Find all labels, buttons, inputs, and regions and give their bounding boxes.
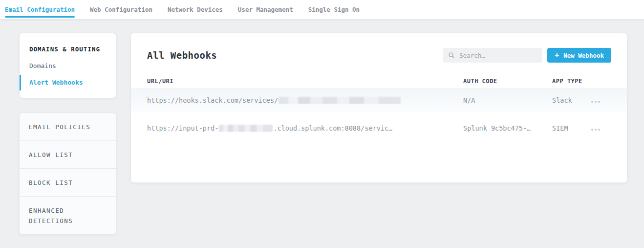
webhook-url: https://hooks.slack.com/services/	[147, 96, 463, 105]
url-text: https://input-prd-	[147, 124, 218, 132]
sidebar-item-block-list[interactable]: BLOCK LIST	[20, 168, 116, 196]
ellipsis-icon	[591, 101, 593, 103]
auth-code: Splunk 9c5bc475-…	[463, 124, 552, 132]
tab-web-configuration[interactable]: Web Configuration	[90, 0, 152, 19]
redacted-url-segment	[219, 125, 273, 132]
search-icon	[448, 52, 455, 59]
tab-email-configuration[interactable]: Email Configuration	[5, 0, 75, 19]
ellipsis-icon	[598, 101, 600, 103]
column-header-auth-code: AUTH CODE	[463, 78, 552, 85]
new-webhook-button[interactable]: + New Webhook	[547, 48, 611, 63]
domains-routing-card: DOMAINS & ROUTING Domains Alert Webhooks	[20, 33, 116, 98]
tab-network-devices[interactable]: Network Devices	[168, 0, 223, 19]
ellipsis-icon	[595, 129, 597, 131]
row-actions-menu[interactable]	[589, 98, 601, 106]
policy-sections-card: EMAIL POLICIES ALLOW LIST BLOCK LIST ENH…	[20, 113, 116, 234]
panel-header: All Webhooks + New Webhook	[131, 33, 627, 63]
search-input[interactable]	[459, 52, 537, 59]
app-type: SIEM	[552, 124, 589, 132]
page-body: DOMAINS & ROUTING Domains Alert Webhooks…	[0, 20, 644, 234]
auth-code: N/A	[463, 96, 552, 104]
sidebar-item-email-policies[interactable]: EMAIL POLICIES	[20, 113, 116, 140]
app-type: Slack	[552, 96, 589, 104]
ellipsis-icon	[598, 129, 600, 131]
table-row: https://hooks.slack.com/services/ N/A Sl…	[131, 88, 627, 113]
sidebar-item-enhanced-detections[interactable]: ENHANCED DETECTIONS	[20, 196, 116, 234]
column-header-app-type: APP TYPE	[552, 78, 589, 85]
ellipsis-icon	[591, 129, 593, 131]
plus-icon: +	[555, 52, 559, 59]
table-header-row: URL/URI AUTH CODE APP TYPE	[131, 74, 627, 88]
panel-header-actions: + New Webhook	[443, 48, 611, 63]
sidebar-item-alert-webhooks[interactable]: Alert Webhooks	[29, 79, 106, 86]
new-webhook-button-label: New Webhook	[563, 52, 604, 59]
redacted-url-segment	[279, 97, 401, 104]
top-tab-bar: Email Configuration Web Configuration Ne…	[0, 0, 644, 20]
sidebar-item-allow-list[interactable]: ALLOW LIST	[20, 140, 116, 168]
table-row: https://input-prd-.cloud.splunk.com:8088…	[131, 113, 627, 144]
webhook-url: https://input-prd-.cloud.splunk.com:8088…	[147, 124, 463, 133]
column-header-url: URL/URI	[147, 78, 463, 85]
settings-sidebar: DOMAINS & ROUTING Domains Alert Webhooks…	[20, 33, 116, 234]
domains-routing-heading: DOMAINS & ROUTING	[29, 45, 106, 53]
row-actions-menu[interactable]	[589, 126, 601, 134]
all-webhooks-panel: All Webhooks + New Webhook URL/URI	[131, 33, 627, 182]
tab-user-management[interactable]: User Management	[238, 0, 293, 19]
tab-single-sign-on[interactable]: Single Sign On	[308, 0, 360, 19]
url-text: .cloud.splunk.com:8088/servic…	[273, 124, 392, 132]
webhooks-table: URL/URI AUTH CODE APP TYPE https://hooks…	[131, 74, 627, 144]
url-text: https://hooks.slack.com/services/	[147, 96, 278, 104]
page-title: All Webhooks	[147, 50, 217, 61]
sidebar-item-domains[interactable]: Domains	[29, 62, 106, 69]
search-box[interactable]	[443, 48, 542, 63]
ellipsis-icon	[595, 101, 597, 103]
